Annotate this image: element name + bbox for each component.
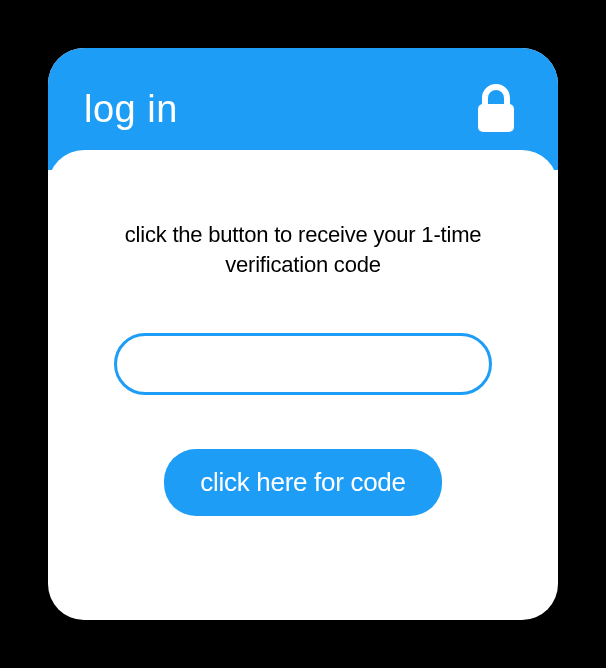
lock-icon <box>474 84 518 134</box>
instruction-text: click the button to receive your 1-time … <box>94 220 512 279</box>
header-title: log in <box>84 88 178 131</box>
svg-rect-0 <box>478 104 514 132</box>
verification-code-input[interactable] <box>114 333 492 395</box>
login-card: log in click the button to receive your … <box>48 48 558 620</box>
card-header: log in <box>48 48 558 170</box>
card-body: click the button to receive your 1-time … <box>48 170 558 556</box>
get-code-button[interactable]: click here for code <box>164 449 441 516</box>
